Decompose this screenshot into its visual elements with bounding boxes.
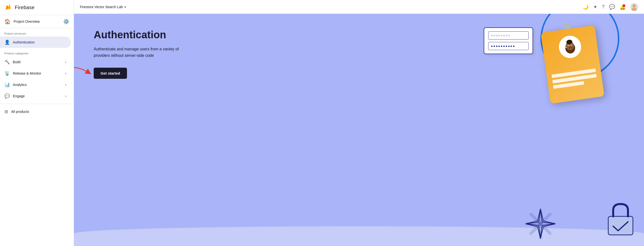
login-username-field: ○○○○○○○○ (488, 31, 528, 40)
id-card-avatar (558, 34, 582, 60)
dark-mode-icon[interactable]: 🌙 (582, 4, 589, 10)
engage-chevron-icon: › (65, 94, 66, 98)
release-monitor-icon: 📡 (4, 71, 10, 76)
app-logo-text: Firebase (15, 5, 34, 10)
authentication-label: Authentication (13, 40, 35, 44)
project-overview-label: Project Overview (14, 20, 40, 24)
sidebar-item-analytics[interactable]: 📊 Analytics › (0, 79, 71, 90)
settings-icon[interactable]: ⚙️ (63, 19, 69, 25)
project-selector[interactable]: Firestore Vector Search Lab ▾ (80, 5, 126, 9)
sparkle-icon[interactable]: ✦ (593, 4, 598, 10)
sidebar-logo: Firebase (0, 0, 74, 15)
top-bar: Firestore Vector Search Lab ▾ 🌙 ✦ ? 💬 🔔 (74, 0, 644, 14)
person-avatar-icon (559, 36, 581, 58)
sidebar-item-authentication[interactable]: 👤 Authentication (0, 37, 71, 48)
sidebar-item-engage[interactable]: 💬 Engage › (0, 90, 71, 102)
all-products-item[interactable]: ⊞ All products (0, 106, 74, 117)
asterisk-decoration-icon (521, 204, 560, 243)
release-monitor-label: Release & Monitor (13, 71, 41, 75)
authentication-icon: 👤 (4, 40, 10, 45)
lock-decoration-icon (604, 202, 636, 236)
page-description: Authenticate and manage users from a var… (94, 46, 188, 59)
top-bar-icons: 🌙 ✦ ? 💬 🔔 (582, 3, 638, 11)
project-dropdown-icon: ▾ (124, 5, 126, 9)
sidebar: Firebase 🏠 Project Overview ⚙️ Project s… (0, 0, 74, 246)
svg-rect-20 (608, 216, 633, 235)
help-icon[interactable]: ? (602, 4, 604, 10)
engage-label: Engage (13, 94, 25, 98)
main-area: Firestore Vector Search Lab ▾ 🌙 ✦ ? 💬 🔔 (74, 0, 644, 246)
build-label: Build (13, 60, 20, 64)
build-chevron-icon: › (65, 60, 66, 64)
card-clip (564, 23, 571, 30)
all-products-label: All products (11, 110, 29, 114)
notifications-wrapper[interactable]: 🔔 (620, 4, 626, 10)
home-icon: 🏠 (4, 19, 10, 25)
get-started-button[interactable]: Get started (94, 68, 127, 79)
analytics-chevron-icon: › (65, 82, 66, 87)
avatar-image (630, 3, 638, 11)
sidebar-divider (0, 104, 74, 104)
feedback-icon[interactable]: 💬 (609, 4, 615, 10)
product-categories-label: Product categories (0, 48, 74, 56)
user-avatar[interactable] (630, 3, 638, 11)
svg-point-1 (631, 8, 637, 11)
sidebar-item-build[interactable]: 🔨 Build › (0, 56, 71, 68)
grid-icon: ⊞ (4, 109, 8, 114)
id-card-illustration (541, 25, 604, 104)
cta-wrapper: Get started (94, 68, 127, 79)
login-password-field: ●●●●●●●●●● (488, 42, 528, 50)
analytics-label: Analytics (13, 83, 27, 87)
content-area: Authentication Authenticate and manage u… (74, 14, 644, 246)
sidebar-item-release-monitor[interactable]: 📡 Release & Monitor › (0, 68, 71, 79)
project-overview-left: 🏠 Project Overview (4, 19, 40, 25)
page-title: Authentication (94, 29, 188, 41)
arrow-pointer-icon (74, 65, 91, 78)
build-icon: 🔨 (4, 59, 10, 65)
notification-dot (623, 5, 625, 7)
project-shortcuts-label: Project shortcuts (0, 28, 74, 37)
project-name: Firestore Vector Search Lab (80, 5, 123, 9)
firebase-logo-icon (4, 4, 12, 11)
release-chevron-icon: › (65, 71, 66, 76)
engage-icon: 💬 (4, 93, 10, 99)
content-inner: Authentication Authenticate and manage u… (74, 14, 207, 94)
svg-point-0 (632, 4, 636, 8)
analytics-icon: 📊 (4, 82, 10, 87)
id-card-lines (552, 68, 598, 91)
project-overview-bar[interactable]: 🏠 Project Overview ⚙️ (0, 15, 74, 28)
login-form-illustration: ○○○○○○○○ ●●●●●●●●●● (484, 27, 533, 54)
